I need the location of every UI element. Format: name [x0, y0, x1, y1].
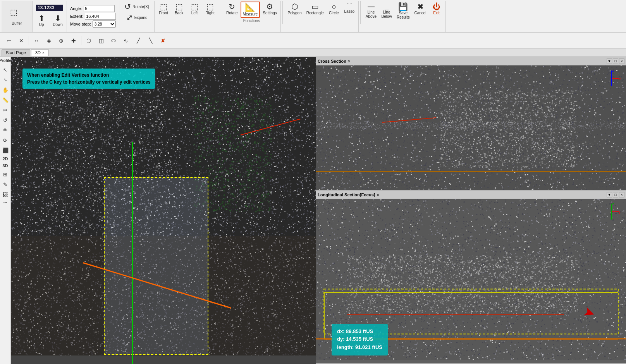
layers-tool[interactable]: ⊞: [1, 170, 10, 179]
left-button[interactable]: ⬚ Left: [187, 2, 202, 16]
tool-select2[interactable]: ◫: [95, 35, 107, 46]
rotate3d-tool[interactable]: ↺: [1, 115, 10, 125]
lasso-button[interactable]: ⌒ Lasso: [342, 2, 357, 15]
tool-diag3[interactable]: ✘: [157, 35, 169, 46]
long-yellow-top: [324, 292, 618, 293]
functions-label: Functions: [243, 19, 260, 23]
tool-wave[interactable]: ∿: [120, 35, 132, 46]
tool-diag1[interactable]: ╱: [132, 35, 144, 46]
tab-3d-close[interactable]: ×: [42, 51, 45, 55]
edit-tool[interactable]: ✎: [1, 180, 10, 189]
line-save-section: — LineAbove _ LineBelow 💾 SaveResults ✖ …: [362, 1, 446, 32]
buffer-label: Buffer: [12, 21, 22, 26]
top-toolbar: ⬚ Buffer 13.1233 ⬆ Up ⬇ Down Angle: Exte…: [0, 0, 626, 33]
hint-box: When enabling Edit Vertices function Pre…: [22, 69, 155, 89]
measure-button[interactable]: 📐 Measure: [241, 2, 260, 18]
label-2d: 2D: [2, 156, 8, 161]
clip-tool[interactable]: ✂: [1, 105, 10, 115]
selection-tools-section: ⬡ Polygon ▭ Rectangle ○ Circle ⌒ Lasso: [284, 1, 359, 32]
tool-add[interactable]: ✚: [68, 35, 79, 46]
front-button[interactable]: ⬚ Front: [156, 2, 171, 16]
cancel-button[interactable]: ✖ Cancel: [412, 2, 428, 16]
functions-section: ↻ Rotate 📐 Measure ⚙ Settings Functions: [223, 1, 281, 32]
tab-bar: Start Page 3D ×: [0, 48, 626, 57]
cross-section-axes: Z X: [602, 69, 621, 88]
expand-button[interactable]: ⤢ Expand: [124, 12, 150, 22]
cross-section-close[interactable]: ×: [348, 59, 350, 64]
up-button[interactable]: ⬆ Up: [34, 13, 49, 28]
tool-cross[interactable]: ✕: [15, 35, 27, 46]
extent-input[interactable]: [85, 13, 116, 20]
cross-section-pin[interactable]: ▼: [607, 58, 612, 64]
selection-rectangle: [104, 177, 208, 355]
measurement-dx: dx: 89.853 ftUS: [337, 328, 382, 336]
longitudinal-maximize[interactable]: □: [613, 192, 618, 197]
rotate-x-button[interactable]: ↺ Rotate(X): [122, 2, 151, 12]
second-toolbar: ▭ ✕ ↔ ◈ ⊕ ✚ ⬡ ◫ ⬭ ∿ ╱ ╲ ✘: [0, 33, 626, 48]
tool-polygon2[interactable]: ⬡: [83, 35, 95, 46]
tool-select-rect[interactable]: ▭: [3, 35, 15, 46]
buffer-btn[interactable]: ⬚: [10, 7, 24, 21]
cursor-tool[interactable]: ↖: [1, 65, 10, 74]
view-tool[interactable]: 👁: [1, 125, 10, 135]
measurement-dy: dy: 14.535 ftUS: [337, 335, 382, 343]
dots-indicator: •••: [3, 201, 7, 204]
viewport-3d[interactable]: Start Page 3D × − □ × When enabling Edit…: [11, 57, 316, 364]
exit-button[interactable]: ⏻ Exit: [429, 2, 444, 16]
longitudinal-pin[interactable]: ▼: [607, 192, 612, 197]
cross-section-header: Cross Section × ▼ □ ×: [316, 57, 626, 65]
pan-tool[interactable]: ✋: [1, 85, 10, 94]
label-3d: 3D: [2, 163, 8, 168]
pointcloud-canvas-cross: [316, 65, 626, 190]
right-panels: Cross Section × ▼ □ × Z X: [316, 57, 626, 364]
hint-line2: Press the C key to horizontally or verti…: [27, 79, 151, 86]
down-button[interactable]: ⬇ Down: [50, 13, 65, 28]
circle-button[interactable]: ○ Circle: [327, 2, 341, 16]
orbit-tool[interactable]: ⟳: [1, 136, 10, 145]
buffer-section: ⬚ Buffer: [2, 1, 33, 32]
green-line: [132, 142, 133, 364]
box-tool[interactable]: ⬛: [1, 146, 10, 155]
longitudinal-close[interactable]: ×: [377, 192, 379, 197]
back-button[interactable]: ⬚ Back: [172, 2, 186, 16]
longitudinal-panel: Longitudinal Section[Focus] × ▼ □ × Z Y: [316, 191, 626, 364]
hint-line1: When enabling Edit Vertices function: [27, 72, 151, 79]
tool-diag2[interactable]: ╲: [145, 35, 156, 46]
settings-button[interactable]: ⚙ Settings: [261, 2, 279, 16]
measurement-length: length: 91.021 ftUS: [337, 343, 382, 352]
tool-circle-add[interactable]: ⊕: [55, 35, 67, 46]
cross-section-body: Z X: [316, 65, 626, 190]
main-content: Start Page 3D × − □ × When enabling Edit…: [11, 57, 626, 364]
cross-section-panel: Cross Section × ▼ □ × Z X: [316, 57, 626, 191]
tab-3d[interactable]: 3D ×: [31, 49, 49, 56]
zoom-fit-tool[interactable]: ⤡: [1, 75, 10, 84]
move-step-label: Move step:: [70, 22, 91, 26]
tool-ellipse[interactable]: ⬭: [108, 35, 119, 46]
line-above-button[interactable]: — LineAbove: [364, 2, 378, 20]
profile-label: Profile: [0, 58, 11, 63]
image-tool[interactable]: 🖼: [1, 190, 10, 199]
line-below-button[interactable]: _ LineBelow: [379, 2, 394, 20]
view-buttons-section: ⬚ Front ⬚ Back ⬚ Left ⬚ Right: [155, 1, 219, 32]
longitudinal-close-btn[interactable]: ×: [619, 192, 624, 197]
longitudinal-axes: Z Y: [602, 202, 621, 221]
right-button[interactable]: ⬚ Right: [203, 2, 217, 16]
tab-start-page[interactable]: Start Page: [2, 49, 30, 56]
angle-label: Angle:: [70, 6, 82, 11]
svg-text:Z: Z: [612, 69, 614, 72]
rectangle-button[interactable]: ▭ Rectangle: [304, 2, 326, 16]
measure-tool[interactable]: 📏: [1, 95, 10, 105]
angle-input[interactable]: [84, 5, 115, 12]
tool-vertices[interactable]: ◈: [43, 35, 55, 46]
move-step-select[interactable]: 3.28 1.64 6.56: [93, 21, 116, 27]
tool-arrow[interactable]: ↔: [31, 35, 42, 46]
save-results-button[interactable]: 💾 SaveResults: [395, 2, 411, 21]
rotate-button[interactable]: ↻ Rotate: [224, 2, 239, 16]
polygon-button[interactable]: ⬡ Polygon: [286, 2, 304, 16]
toolbar-divider-2: [81, 36, 81, 45]
parameters-section: Angle: Extent: Move step: 3.28 1.64 6.56: [67, 1, 119, 32]
svg-text:Y: Y: [619, 211, 621, 215]
svg-text:Z: Z: [612, 203, 614, 206]
cross-section-close-btn[interactable]: ×: [619, 58, 624, 64]
cross-section-maximize[interactable]: □: [613, 58, 618, 64]
